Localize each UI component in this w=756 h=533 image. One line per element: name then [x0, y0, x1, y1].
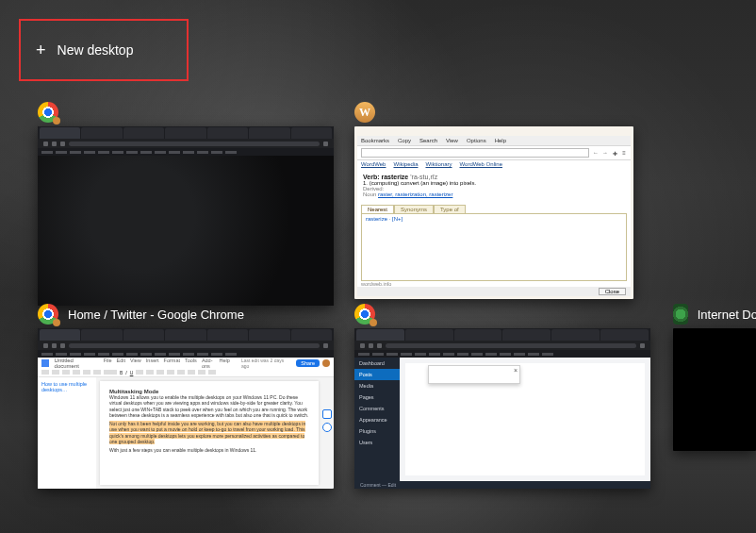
nav-back-icon[interactable]: ←: [593, 150, 599, 156]
comment-icon[interactable]: [322, 409, 332, 419]
chrome-icon: [354, 304, 375, 325]
docs-title[interactable]: Untitled document: [55, 358, 98, 369]
wordweb-menu: Bookmarks Copy Search View Options Help: [357, 136, 631, 145]
window-tile-wordweb[interactable]: W Bookmarks Copy Search View Options Hel…: [354, 100, 633, 299]
tab-typeof[interactable]: Type of: [434, 205, 466, 213]
sidebar-item-posts[interactable]: Posts: [354, 369, 400, 380]
chrome-addressbar: [38, 341, 334, 350]
chrome-addressbar: [38, 139, 334, 148]
avatar[interactable]: [322, 359, 330, 367]
docs-outline: How to use multiple desktops…: [38, 377, 96, 489]
outline-link[interactable]: How to use multiple desktops…: [41, 381, 87, 392]
window-tile-chrome-docs[interactable]: Home / Twitter - Google Chrome Untitled …: [38, 302, 334, 489]
tab-synonyms[interactable]: Synonyms: [394, 205, 434, 213]
docs-menus: FileEditViewInsertFormatToolsAdd-onsHelp: [104, 358, 230, 369]
window-tile-chrome-dark[interactable]: [38, 100, 334, 306]
chrome-tabs-row: [354, 328, 650, 341]
sidebar-item-comments[interactable]: Comments: [354, 403, 400, 414]
wp-editor-canvas: ×: [405, 363, 645, 475]
window-thumbnail[interactable]: [38, 126, 334, 306]
sidebar-item-users[interactable]: Users: [354, 437, 400, 448]
chrome-icon: [38, 304, 58, 325]
wordweb-definition: Verb: rasterize 'ra-stu,rīz 1. (computin…: [357, 174, 631, 199]
wp-statusbar: Comment — Edit: [354, 481, 650, 489]
window-title: Home / Twitter - Google Chrome: [68, 308, 244, 322]
nav-forward-icon[interactable]: →: [602, 150, 608, 156]
docs-page: Multitasking Mode Windows 11 allows you …: [100, 381, 319, 485]
close-button[interactable]: Close: [599, 288, 626, 295]
wordweb-tabs: Nearest Synonyms Type of: [361, 205, 627, 213]
idm-icon: [673, 304, 688, 325]
nav-plus-icon[interactable]: ✚: [612, 150, 617, 156]
docs-logo-icon: [41, 359, 49, 367]
chrome-bookmarks-row: [354, 350, 650, 358]
new-desktop-label: New desktop: [58, 42, 134, 58]
wp-sidebar: Dashboard Posts Media Pages Comments App…: [354, 358, 400, 481]
wp-popup[interactable]: ×: [428, 365, 520, 384]
nav-menu-icon[interactable]: ≡: [621, 150, 627, 156]
window-thumbnail[interactable]: Dashboard Posts Media Pages Comments App…: [354, 328, 650, 489]
wordweb-panel: rasterize · [N+]: [361, 213, 627, 281]
tab-nearest[interactable]: Nearest: [361, 205, 394, 213]
close-icon[interactable]: ×: [514, 367, 518, 374]
wordweb-sources: WordWeb Wikipedia Wiktionary WordWeb Onl…: [357, 160, 631, 174]
window-tile-idm[interactable]: Internet Do: [673, 302, 756, 451]
derived-link[interactable]: raster, rasterization, rasterizer: [378, 192, 452, 197]
sidebar-item-appearance[interactable]: Appearance: [354, 414, 400, 425]
window-title: Internet Do: [698, 308, 756, 322]
share-button[interactable]: Share: [296, 359, 320, 367]
sidebar-item-pages[interactable]: Pages: [354, 391, 400, 403]
chrome-tabs-row: [38, 328, 334, 341]
sidebar-item-dashboard[interactable]: Dashboard: [354, 358, 400, 369]
wordweb-searchbar: ← → ✚ ≡: [357, 145, 631, 160]
window-thumbnail[interactable]: Untitled document FileEditViewInsertForm…: [38, 328, 334, 489]
new-desktop-button[interactable]: + New desktop: [19, 19, 189, 81]
window-thumbnail[interactable]: [673, 328, 756, 451]
window-thumbnail[interactable]: Bookmarks Copy Search View Options Help …: [354, 126, 633, 299]
chrome-tabs-row: [38, 126, 334, 139]
sidebar-item-plugins[interactable]: Plugins: [354, 425, 400, 437]
sidebar-item-media[interactable]: Media: [354, 380, 400, 391]
plus-icon: +: [36, 42, 46, 58]
docs-toolbar: Untitled document FileEditViewInsertForm…: [38, 358, 334, 377]
wordweb-icon: W: [354, 102, 375, 123]
wordweb-search-input[interactable]: [361, 148, 589, 158]
chrome-addressbar: [354, 341, 650, 350]
window-tile-chrome-wordpress[interactable]: Dashboard Posts Media Pages Comments App…: [354, 302, 650, 489]
chrome-icon: [38, 102, 58, 123]
add-comment-icon[interactable]: [322, 423, 332, 432]
chrome-bookmarks-row: [38, 148, 334, 156]
